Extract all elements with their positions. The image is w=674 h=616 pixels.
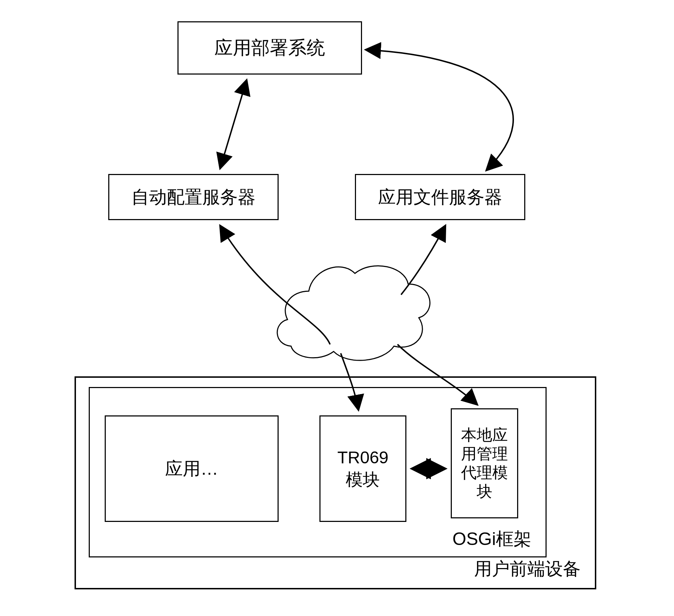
svg-line-0 xyxy=(220,80,247,169)
cpe-label: 用户前端设备 xyxy=(474,557,581,581)
internet-label: Internet xyxy=(328,284,399,304)
tr069-box: TR069 模块 xyxy=(319,415,406,522)
osgi-label: OSGi框架 xyxy=(453,527,531,551)
auto-config-server-label: 自动配置服务器 xyxy=(131,185,256,209)
cloud-icon xyxy=(277,266,430,360)
local-agent-box: 本地应 用管理 代理模 块 xyxy=(451,408,518,518)
app-file-server-box: 应用文件服务器 xyxy=(355,174,525,220)
local-agent-label: 本地应 用管理 代理模 块 xyxy=(461,426,508,501)
tr069-label: TR069 模块 xyxy=(337,447,388,491)
app-label: 应用… xyxy=(165,457,218,481)
deploy-system-label: 应用部署系统 xyxy=(214,36,325,60)
app-file-server-label: 应用文件服务器 xyxy=(378,185,502,209)
app-box: 应用… xyxy=(105,415,279,522)
deploy-system-box: 应用部署系统 xyxy=(177,21,362,75)
auto-config-server-box: 自动配置服务器 xyxy=(108,174,279,220)
